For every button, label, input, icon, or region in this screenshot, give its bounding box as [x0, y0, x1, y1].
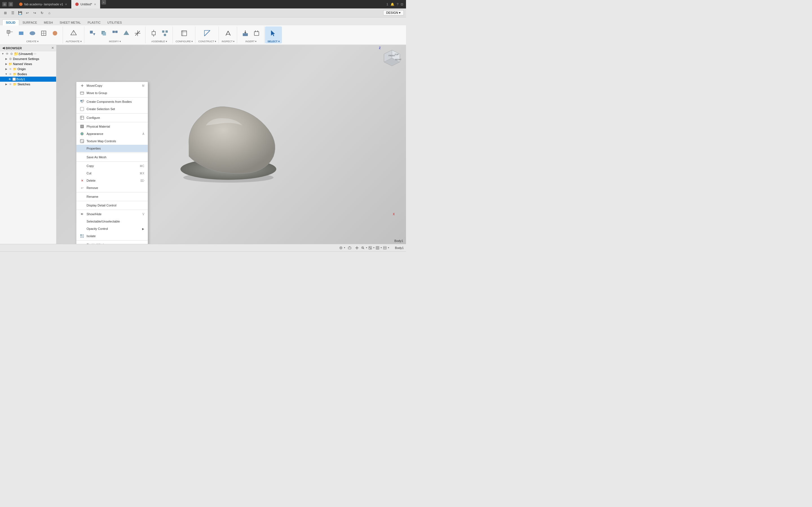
tab-untitled[interactable]: Untitled* ✕ — [71, 0, 100, 8]
modify-btn-4[interactable] — [121, 29, 132, 38]
refresh-icon[interactable]: ↻ — [39, 10, 45, 16]
window-controls[interactable]: ⊡ — [401, 3, 403, 6]
delete-left: ✕ Delete — [80, 178, 96, 183]
menu-item-properties[interactable]: Properties — [77, 145, 148, 152]
menu-item-remove[interactable]: ↩ Remove — [77, 184, 148, 191]
app-grid-icon[interactable]: ⊞ — [2, 2, 7, 6]
menu-item-delete[interactable]: ✕ Delete ⌦ — [77, 177, 148, 184]
create-btn-5[interactable] — [50, 29, 60, 38]
menu-item-find-in-window[interactable]: Find in Window — [77, 241, 148, 244]
assemble-label[interactable]: ASSEMBLE ▾ — [151, 40, 167, 43]
undo-icon[interactable]: ↩ — [24, 10, 31, 16]
tree-eye-icon-body1: 👁 — [8, 77, 12, 81]
menu-item-move-copy[interactable]: ✛ Move/Copy M — [77, 82, 148, 89]
create-btn-1[interactable] — [4, 29, 15, 38]
create-btn-2[interactable] — [16, 29, 27, 38]
tab-close-untitled[interactable]: ✕ — [94, 3, 96, 6]
tree-toggle-root[interactable]: ▼ — [1, 52, 4, 55]
snap-btn[interactable] — [339, 245, 345, 251]
redo-icon[interactable]: ↪ — [32, 10, 38, 16]
tab-sheet-metal[interactable]: SHEET METAL — [56, 20, 84, 25]
create-label[interactable]: CREATE ▾ — [26, 40, 38, 43]
tree-item-body1[interactable]: 👁 Body1 — [0, 76, 56, 82]
tree-toggle-doc[interactable]: ▶ — [4, 57, 8, 61]
menu-icon[interactable]: ☰ — [8, 2, 13, 6]
copy-shortcut: ⌘C — [140, 165, 144, 168]
modify-btn-2[interactable] — [98, 29, 109, 38]
grid-icon[interactable]: ⊞ — [2, 10, 8, 16]
assemble-btn-1[interactable] — [148, 29, 159, 38]
select-label[interactable]: SELECT ▾ — [267, 40, 280, 43]
configure-label[interactable]: CONFIGURE ▾ — [175, 40, 193, 43]
construct-label[interactable]: CONSTRUCT ▾ — [198, 40, 216, 43]
insert-label[interactable]: INSERT ▾ — [245, 40, 257, 43]
configure-btn-1[interactable] — [179, 29, 190, 38]
save-icon[interactable]: 💾 — [17, 10, 23, 16]
tree-item-sketches[interactable]: ▶ 👁 📁 Sketches — [0, 82, 56, 87]
tab-utilities[interactable]: UTILITIES — [104, 20, 125, 25]
menu-item-physical-material[interactable]: Physical Material — [77, 123, 148, 130]
modify-btn-5[interactable] — [132, 29, 143, 38]
menu-item-selectable[interactable]: Selectable/Unselectable — [77, 218, 148, 225]
tab-lampshade[interactable]: fab academy- lampshade v1 ✕ — [15, 0, 71, 8]
assemble-btn-2[interactable] — [160, 29, 170, 38]
create-btn-3[interactable] — [27, 29, 38, 38]
tree-item-origin[interactable]: ▶ 👁 📁 Origin — [0, 66, 56, 71]
modify-label[interactable]: MODIFY ▾ — [109, 40, 121, 43]
tree-toggle-bodies[interactable]: ▼ — [4, 72, 8, 76]
tree-toggle-origin[interactable]: ▶ — [4, 67, 8, 71]
create-btn-4[interactable] — [38, 29, 49, 38]
tab-mesh[interactable]: MESH — [41, 20, 56, 25]
automate-label[interactable]: AUTOMATE ▾ — [66, 40, 82, 43]
menu-item-cut[interactable]: Cut ⌘X — [77, 170, 148, 177]
browser-collapse-icon[interactable]: ◀ — [2, 46, 4, 50]
modify-btn-1[interactable] — [87, 29, 98, 38]
tab-close-lampshade[interactable]: ✕ — [65, 3, 67, 6]
insert-btn-2[interactable] — [251, 29, 262, 38]
env-display-btn[interactable] — [383, 245, 389, 251]
construct-btn-1[interactable] — [202, 29, 213, 38]
tree-toggle-sketches[interactable]: ▶ — [4, 82, 8, 86]
grid-display-btn[interactable] — [376, 245, 382, 251]
menu-item-texture-map[interactable]: Texture Map Controls — [77, 137, 148, 145]
automate-btn-1[interactable] — [68, 29, 79, 38]
menu-item-opacity[interactable]: Opacity Control ▶ — [77, 225, 148, 232]
tree-toggle-named-views[interactable]: ▶ — [4, 62, 8, 66]
camera-btn[interactable] — [347, 245, 353, 251]
menu-item-save-as-mesh[interactable]: Save As Mesh — [77, 154, 148, 161]
tree-item-doc-settings[interactable]: ▶ ⚙ Document Settings — [0, 56, 56, 61]
menu-item-show-hide[interactable]: 👁 Show/Hide V — [77, 210, 148, 218]
tab-surface[interactable]: SURFACE — [19, 20, 41, 25]
zoom-btn[interactable] — [361, 245, 367, 251]
new-tab-icon[interactable]: + — [101, 0, 106, 4]
tab-plastic[interactable]: PLASTIC — [84, 20, 104, 25]
browser-close-icon[interactable]: ✕ — [51, 46, 54, 50]
menu-item-create-selection-set[interactable]: Create Selection Set — [77, 105, 148, 113]
menu-item-configure[interactable]: Configure — [77, 114, 148, 121]
select-btn-1[interactable] — [268, 29, 279, 38]
home-icon[interactable]: ⌂ — [46, 10, 52, 16]
design-button[interactable]: DESIGN ▾ — [383, 10, 404, 15]
menu-item-copy[interactable]: Copy ⌘C — [77, 162, 148, 170]
menu-item-display-detail[interactable]: Display Detail Control — [77, 202, 148, 209]
insert-btn-1[interactable] — [240, 29, 251, 38]
menu-item-move-to-group[interactable]: Move to Group — [77, 89, 148, 97]
help-icon[interactable]: ? — [397, 3, 398, 6]
inspect-btn-1[interactable] — [223, 29, 234, 38]
tab-solid[interactable]: SOLID — [2, 19, 19, 25]
tree-item-root[interactable]: ▼ 👁 ⚙ 📁 (Unsaved) — [0, 51, 56, 56]
notifications-icon[interactable]: 🔔 — [391, 3, 395, 6]
menu-item-rename[interactable]: Rename — [77, 193, 148, 200]
viewport[interactable]: TOP FRONT RIGHT Z X ✛ Move/Copy M — [56, 45, 406, 244]
menu-bars-icon[interactable]: ☰ — [10, 10, 16, 16]
view-cube[interactable]: TOP FRONT RIGHT — [380, 48, 403, 70]
menu-item-isolate[interactable]: Isolate — [77, 232, 148, 240]
display-mode-btn[interactable] — [368, 245, 375, 251]
menu-item-appearance[interactable]: Appearance A — [77, 130, 148, 137]
inspect-label[interactable]: INSPECT ▾ — [221, 40, 235, 43]
menu-item-create-components[interactable]: Create Components from Bodies — [77, 98, 148, 105]
pan-btn[interactable] — [354, 245, 360, 251]
tree-item-bodies[interactable]: ▼ 👁 📁 Bodies — [0, 71, 56, 76]
modify-btn-3[interactable] — [110, 29, 120, 38]
tree-item-named-views[interactable]: ▶ 📁 Named Views — [0, 61, 56, 66]
